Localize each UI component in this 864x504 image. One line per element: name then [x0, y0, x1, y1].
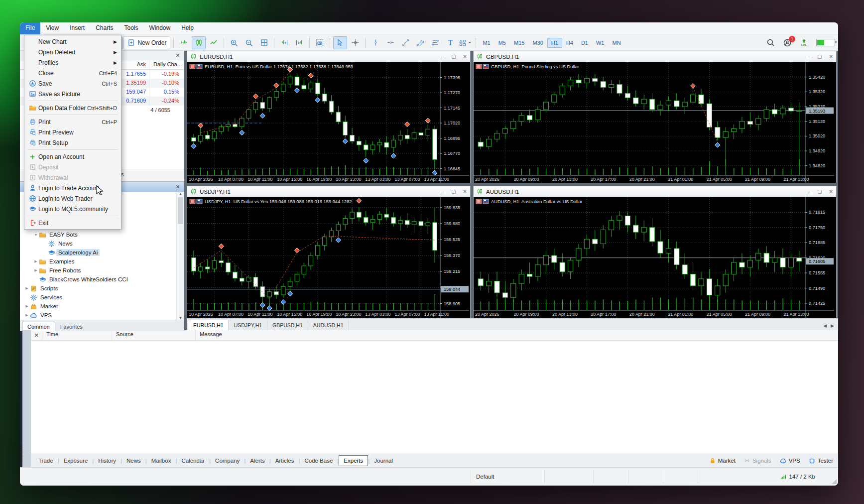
toolbox-tab-news[interactable]: News	[122, 456, 145, 466]
timeframe-m15-button[interactable]: M15	[510, 38, 528, 48]
vps-button[interactable]: VPS	[779, 457, 800, 465]
trendline-icon[interactable]	[398, 36, 412, 49]
zoom-in-icon[interactable]	[227, 36, 241, 49]
navigator-tab-favorites[interactable]: Favorites	[55, 322, 88, 331]
new-order-button[interactable]: New Order	[123, 36, 170, 49]
signals-button[interactable]: Signals	[743, 457, 771, 464]
maximize-icon[interactable]: ▢	[451, 189, 456, 194]
timeframe-m1-button[interactable]: M1	[479, 38, 494, 48]
tile-windows-icon[interactable]	[257, 36, 271, 49]
timeframe-w1-button[interactable]: W1	[592, 38, 609, 48]
menubar-item-help[interactable]: Help	[176, 22, 199, 34]
chart-tab-audusd-h1[interactable]: AUDUSD,H1	[308, 320, 349, 330]
close-icon[interactable]: ✕	[463, 54, 467, 59]
minimize-icon[interactable]: –	[808, 189, 811, 194]
tree-item-services[interactable]: Services	[20, 293, 184, 302]
fibonacci-icon[interactable]	[428, 36, 442, 49]
tree-item-market[interactable]: ▶Market	[20, 302, 184, 311]
minimize-icon[interactable]: –	[442, 54, 445, 59]
scroll-up-icon[interactable]: ▲	[179, 192, 183, 196]
toolbox-close-icon[interactable]: ✕	[31, 332, 42, 339]
tree-item-blackcrows-whitesoldiers-cci[interactable]: BlackCrows WhiteSoldiers CCI	[20, 275, 184, 284]
expand-icon[interactable]: ▶	[24, 313, 30, 317]
menubar-item-insert[interactable]: Insert	[64, 22, 90, 34]
timeframe-m5-button[interactable]: M5	[494, 38, 510, 48]
close-icon[interactable]: ✕	[174, 52, 181, 59]
timeframe-m30-button[interactable]: M30	[528, 38, 547, 48]
chart-tab-usdjpy-h1[interactable]: USDJPY,H1	[229, 320, 267, 330]
scroll-down-icon[interactable]: ▼	[179, 316, 183, 320]
file-menu-item-new-chart[interactable]: New Chart▶	[24, 36, 121, 47]
menubar-item-window[interactable]: Window	[144, 22, 176, 34]
horizontal-line-icon[interactable]	[383, 36, 397, 49]
chart-canvas-audusd[interactable]: 0.718150.717500.716850.716200.715550.714…	[474, 197, 836, 318]
expand-icon[interactable]: ▶	[24, 304, 30, 308]
tab-scroll-left-icon[interactable]: ◀	[823, 323, 827, 328]
toolbox-tab-experts[interactable]: Experts	[339, 455, 368, 466]
chart-titlebar[interactable]: EURUSD,H1–▢✕	[187, 51, 470, 62]
file-menu-item-save-as-picture[interactable]: Save as Picture	[24, 89, 121, 99]
toolbox-tab-calendar[interactable]: Calendar	[177, 456, 209, 466]
tree-item-scalperology-ai[interactable]: Scalperology Ai	[20, 248, 184, 257]
expand-icon[interactable]: ▶	[24, 286, 30, 290]
chart-titlebar[interactable]: AUDUSD,H1–▢✕	[474, 186, 836, 197]
navigator-scrollbar[interactable]: ▲▼	[176, 192, 184, 320]
file-menu-item-login-to-mql5-community[interactable]: Login to MQL5.community	[24, 204, 121, 214]
vertical-line-icon[interactable]	[369, 36, 382, 49]
candlestick-chart-icon[interactable]	[192, 36, 206, 49]
file-menu-item-open-data-folder[interactable]: Open Data FolderCtrl+Shift+D	[24, 103, 121, 113]
lvl-icon[interactable]: LVL	[800, 38, 808, 47]
timeframe-d1-button[interactable]: D1	[577, 38, 592, 48]
chart-titlebar[interactable]: GBPUSD,H1–▢✕	[474, 51, 836, 62]
chart-canvas-eurusd[interactable]: 1.173951.172701.171451.170201.168951.167…	[187, 62, 470, 183]
toolbox-tab-exposure[interactable]: Exposure	[59, 456, 93, 466]
file-menu-item-exit[interactable]: Exit	[24, 218, 121, 228]
chart-tab-gbpusd-h1[interactable]: GBPUSD,H1	[267, 320, 308, 330]
minimize-icon[interactable]: –	[442, 189, 445, 194]
toolbox-column-source[interactable]: Source	[112, 330, 195, 340]
crosshair-icon[interactable]	[348, 36, 362, 49]
screenshot-icon[interactable]	[313, 36, 327, 49]
maximize-icon[interactable]: ▢	[817, 189, 822, 194]
menubar-item-tools[interactable]: Tools	[119, 22, 144, 34]
close-icon[interactable]: ✕	[174, 184, 181, 191]
market-button[interactable]: Market	[709, 457, 736, 464]
maximize-icon[interactable]: ▢	[817, 54, 822, 59]
chart-canvas-usdjpy[interactable]: 159.835159.680159.525159.370159.215159.0…	[187, 197, 470, 318]
close-icon[interactable]: ✕	[829, 54, 833, 59]
timeframe-h1-button[interactable]: H1	[547, 38, 562, 48]
channel-icon[interactable]	[413, 36, 427, 49]
toolbox-column-message[interactable]: Message	[195, 330, 838, 340]
scrollbar-thumb[interactable]	[178, 197, 183, 224]
toolbox-tab-articles[interactable]: Articles	[271, 456, 299, 466]
minimize-icon[interactable]: –	[808, 54, 811, 59]
tree-item-easy-bots[interactable]: ▼EASY Bots	[20, 230, 184, 239]
tree-item-vps[interactable]: ▶VPS	[20, 311, 184, 320]
notifications-button[interactable]: 1	[783, 38, 792, 47]
expand-icon[interactable]: ▶	[33, 259, 39, 263]
toolbox-tab-trade[interactable]: Trade	[34, 456, 58, 466]
toolbox-column-time[interactable]: Time	[42, 330, 112, 340]
zoom-out-icon[interactable]	[242, 36, 256, 49]
file-menu-item-print-setup[interactable]: Print Setup	[24, 137, 121, 148]
shift-chart-left-icon[interactable]	[292, 36, 306, 49]
file-menu-item-save[interactable]: SaveCtrl+S	[24, 78, 121, 89]
file-menu-item-print-preview[interactable]: Print Preview	[24, 127, 121, 137]
toolbox-tab-code-base[interactable]: Code Base	[300, 456, 337, 466]
timeframe-h4-button[interactable]: H4	[562, 38, 577, 48]
line-chart-icon[interactable]	[207, 36, 221, 49]
text-tool-icon[interactable]	[443, 36, 457, 49]
shift-chart-right-icon[interactable]	[277, 36, 291, 49]
file-menu-item-close[interactable]: CloseCtrl+F4	[24, 68, 121, 78]
toolbox-tab-company[interactable]: Company	[211, 456, 244, 466]
menubar-item-view[interactable]: View	[40, 22, 64, 34]
toolbox-tab-journal[interactable]: Journal	[370, 456, 397, 466]
tree-item-scripts[interactable]: ▶Scripts	[20, 284, 184, 293]
file-menu-item-open-an-account[interactable]: Open an Account	[24, 151, 121, 162]
file-menu-item-print[interactable]: PrintCtrl+P	[24, 117, 121, 127]
timeframe-mn-button[interactable]: MN	[608, 38, 624, 48]
chart-titlebar[interactable]: USDJPY,H1–▢✕	[187, 186, 470, 197]
collapse-icon[interactable]: ▼	[33, 233, 39, 237]
toolbox-content[interactable]	[31, 341, 838, 454]
shapes-icon[interactable]	[458, 36, 473, 49]
